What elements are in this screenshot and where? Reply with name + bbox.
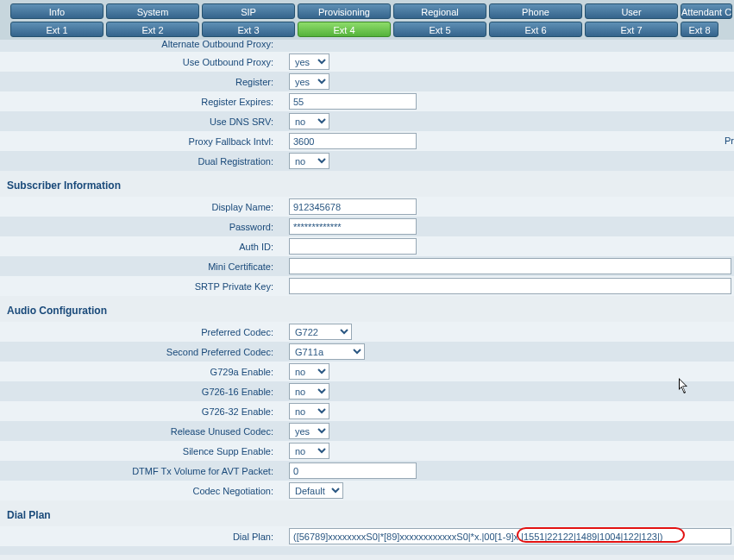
srtp-private-key-input[interactable] bbox=[289, 278, 731, 294]
silence-supp-enable-select[interactable]: no bbox=[289, 443, 329, 459]
silence-supp-enable-label: Silence Supp Enable: bbox=[0, 446, 279, 456]
dtmf-tx-volume-label: DTMF Tx Volume for AVT Packet: bbox=[0, 466, 279, 476]
register-label: Register: bbox=[0, 77, 279, 87]
register-expires-label: Register Expires: bbox=[0, 97, 279, 107]
preferred-codec-label: Preferred Codec: bbox=[0, 327, 279, 337]
proxy-fallback-label: Proxy Fallback Intvl: bbox=[0, 136, 279, 147]
second-preferred-codec-label: Second Preferred Codec: bbox=[0, 347, 279, 357]
tab-ext7[interactable]: Ext 7 bbox=[585, 22, 678, 37]
alt-outbound-proxy-label: Alternate Outbound Proxy: bbox=[0, 40, 279, 49]
auth-id-input[interactable] bbox=[289, 238, 417, 255]
tab-regional[interactable]: Regional bbox=[393, 3, 486, 19]
subscriber-info-heading: Subscriber Information bbox=[0, 171, 734, 197]
dial-plan-input[interactable] bbox=[289, 528, 731, 544]
extension-tab-row: Ext 1 Ext 2 Ext 3 Ext 4 Ext 5 Ext 6 Ext … bbox=[3, 22, 731, 37]
release-unused-codec-label: Release Unused Codec: bbox=[0, 426, 279, 437]
row-second-preferred-codec: Second Preferred Codec: G711a bbox=[0, 342, 734, 362]
release-unused-codec-select[interactable]: yes bbox=[289, 423, 329, 439]
tab-ext6[interactable]: Ext 6 bbox=[489, 22, 582, 37]
second-preferred-codec-select[interactable]: G711a bbox=[289, 343, 365, 360]
row-g729a-enable: G729a Enable: no bbox=[0, 362, 734, 381]
register-select[interactable]: yes bbox=[289, 73, 329, 90]
g726-16-enable-label: G726-16 Enable: bbox=[0, 387, 279, 397]
register-expires-input[interactable] bbox=[289, 93, 417, 110]
use-dns-srv-label: Use DNS SRV: bbox=[0, 116, 279, 127]
tab-sip[interactable]: SIP bbox=[202, 3, 295, 19]
use-outbound-proxy-select[interactable]: yes bbox=[289, 53, 329, 70]
row-display-name: Display Name: bbox=[0, 197, 734, 217]
use-outbound-proxy-label: Use Outbound Proxy: bbox=[0, 57, 279, 67]
use-dns-srv-select[interactable]: no bbox=[289, 113, 329, 129]
tab-attendant[interactable]: Attendant Co bbox=[681, 3, 732, 19]
mini-certificate-label: Mini Certificate: bbox=[0, 261, 279, 272]
row-alt-outbound-proxy: Alternate Outbound Proxy: bbox=[0, 40, 734, 52]
row-srtp-private-key: SRTP Private Key: bbox=[0, 276, 734, 296]
srtp-private-key-label: SRTP Private Key: bbox=[0, 281, 279, 292]
password-input[interactable] bbox=[289, 218, 417, 235]
row-dual-registration: Dual Registration: no bbox=[0, 151, 734, 171]
mini-certificate-input[interactable] bbox=[289, 258, 731, 274]
row-auth-id: Auth ID: bbox=[0, 236, 734, 256]
audio-config-heading: Audio Configuration bbox=[0, 296, 734, 322]
dial-plan-label: Dial Plan: bbox=[0, 532, 279, 542]
row-proxy-fallback: Proxy Fallback Intvl: Pr bbox=[0, 131, 734, 151]
row-silence-supp-enable: Silence Supp Enable: no bbox=[0, 441, 734, 461]
g726-32-enable-label: G726-32 Enable: bbox=[0, 406, 279, 417]
dial-plan-heading: Dial Plan bbox=[0, 500, 734, 526]
row-register-expires: Register Expires: bbox=[0, 91, 734, 111]
primary-tab-row: Info System SIP Provisioning Regional Ph… bbox=[3, 3, 731, 19]
row-codec-negotiation: Codec Negotiation: Default bbox=[0, 481, 734, 500]
tab-ext1[interactable]: Ext 1 bbox=[10, 22, 104, 37]
row-g726-32-enable: G726-32 Enable: no bbox=[0, 401, 734, 421]
auth-id-label: Auth ID: bbox=[0, 242, 279, 252]
top-navigation: Info System SIP Provisioning Regional Ph… bbox=[0, 0, 734, 40]
dual-registration-label: Dual Registration: bbox=[0, 156, 279, 167]
tab-ext4[interactable]: Ext 4 bbox=[298, 22, 391, 37]
password-label: Password: bbox=[0, 222, 279, 232]
row-release-unused-codec: Release Unused Codec: yes bbox=[0, 421, 734, 441]
preferred-codec-select[interactable]: G722 bbox=[289, 324, 352, 340]
row-password: Password: bbox=[0, 217, 734, 236]
tab-ext3[interactable]: Ext 3 bbox=[202, 22, 295, 37]
row-register: Register: yes bbox=[0, 72, 734, 91]
row-trailing bbox=[0, 546, 734, 555]
row-dial-plan: Dial Plan: bbox=[0, 526, 734, 546]
g729a-enable-label: G729a Enable: bbox=[0, 367, 279, 377]
tab-provisioning[interactable]: Provisioning bbox=[298, 3, 391, 19]
proxy-row-right-text: Pr bbox=[725, 135, 734, 146]
codec-negotiation-label: Codec Negotiation: bbox=[0, 486, 279, 496]
g726-32-enable-select[interactable]: no bbox=[289, 403, 329, 419]
tab-ext5[interactable]: Ext 5 bbox=[393, 22, 486, 37]
g726-16-enable-select[interactable]: no bbox=[289, 383, 329, 400]
tab-info[interactable]: Info bbox=[10, 3, 104, 19]
dtmf-tx-volume-input[interactable] bbox=[289, 462, 417, 479]
tab-ext2[interactable]: Ext 2 bbox=[106, 22, 199, 37]
tab-system[interactable]: System bbox=[106, 3, 199, 19]
dual-registration-select[interactable]: no bbox=[289, 153, 329, 169]
row-dtmf-tx-volume: DTMF Tx Volume for AVT Packet: bbox=[0, 461, 734, 481]
proxy-fallback-input[interactable] bbox=[289, 133, 417, 149]
row-preferred-codec: Preferred Codec: G722 bbox=[0, 322, 734, 342]
display-name-label: Display Name: bbox=[0, 202, 279, 212]
codec-negotiation-select[interactable]: Default bbox=[289, 482, 343, 499]
tab-phone[interactable]: Phone bbox=[489, 3, 582, 19]
row-g726-16-enable: G726-16 Enable: no bbox=[0, 381, 734, 401]
display-name-input[interactable] bbox=[289, 198, 417, 215]
row-mini-certificate: Mini Certificate: bbox=[0, 256, 734, 276]
form-content: Alternate Outbound Proxy: Use Outbound P… bbox=[0, 40, 734, 555]
tab-ext8[interactable]: Ext 8 bbox=[681, 22, 718, 37]
g729a-enable-select[interactable]: no bbox=[289, 363, 329, 380]
row-use-outbound-proxy: Use Outbound Proxy: yes bbox=[0, 52, 734, 72]
row-use-dns-srv: Use DNS SRV: no bbox=[0, 111, 734, 131]
tab-user[interactable]: User bbox=[585, 3, 678, 19]
